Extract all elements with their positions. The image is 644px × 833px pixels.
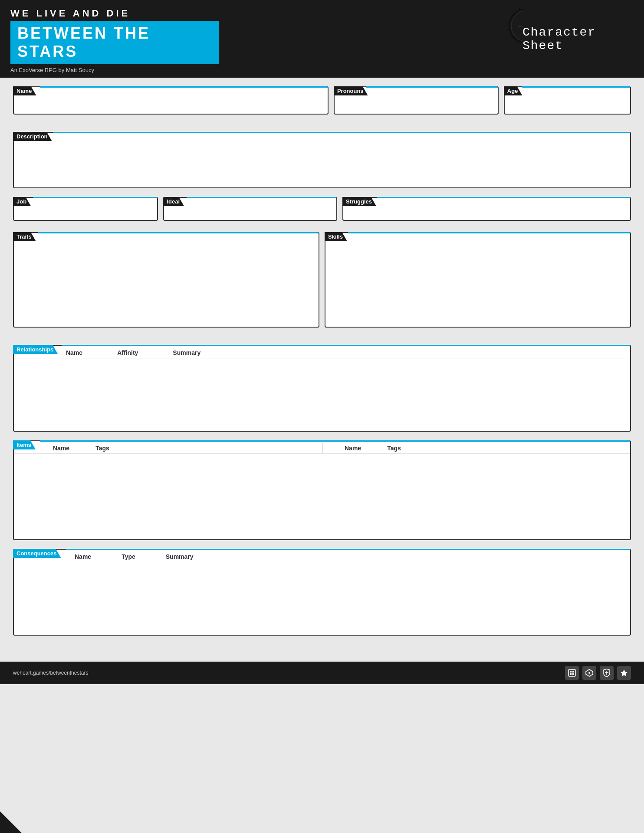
relationships-header: Name Affinity Summary xyxy=(14,346,630,358)
skills-label: Skills xyxy=(325,232,347,241)
svg-rect-17 xyxy=(572,671,574,672)
page-footer: weheart.games/betweenthestars xyxy=(0,662,644,684)
job-blue-bar xyxy=(33,197,157,198)
age-label: Age xyxy=(504,86,522,95)
footer-icon-4 xyxy=(617,666,631,680)
header-right-panel: Character Sheet xyxy=(522,0,644,78)
struggles-blue-bar xyxy=(377,197,630,198)
footer-url: weheart.games/betweenthestars xyxy=(13,670,88,676)
job-label: Job xyxy=(13,197,31,206)
struggles-label: Struggles xyxy=(342,197,376,206)
items-divider xyxy=(322,441,322,453)
svg-point-21 xyxy=(588,672,590,674)
ideal-field-box: Ideal xyxy=(163,197,337,221)
description-label: Description xyxy=(13,132,52,141)
age-field-box: Age xyxy=(504,86,631,115)
age-blue-bar xyxy=(522,86,630,88)
row-job-ideal-struggles: Job Ideal Struggles xyxy=(13,197,631,230)
items-col4: Tags xyxy=(387,445,401,452)
description-field-box: Description xyxy=(13,132,631,188)
svg-rect-19 xyxy=(572,673,574,675)
relationships-col-affinity: Affinity xyxy=(117,349,138,356)
items-col2: Tags xyxy=(95,445,109,452)
struggles-field-box: Struggles xyxy=(342,197,631,221)
ideal-blue-bar xyxy=(187,197,336,198)
footer-icon-2 xyxy=(582,666,596,680)
name-blue-bar xyxy=(40,86,328,88)
pronouns-blue-bar xyxy=(366,86,498,88)
pronouns-field-box: Pronouns xyxy=(334,86,499,115)
items-header-right: Name Tags xyxy=(332,445,623,452)
main-content: Name Pronouns Age Description Job Ideal xyxy=(0,78,644,657)
ideal-label: Ideal xyxy=(163,197,184,206)
items-col3: Name xyxy=(345,445,361,452)
items-header-left: Name Tags xyxy=(53,445,332,452)
consequences-label: Consequences xyxy=(13,549,61,558)
consequences-box: Consequences Name Type Summary xyxy=(13,549,631,636)
footer-icon-1 xyxy=(565,666,579,680)
row-traits-skills: Traits Skills xyxy=(13,232,631,336)
skills-blue-bar xyxy=(348,232,630,233)
consequences-col-type: Type xyxy=(122,553,135,560)
footer-icon-3 xyxy=(600,666,614,680)
consequences-col-summary: Summary xyxy=(166,553,194,560)
name-label: Name xyxy=(13,86,36,95)
relationships-label: Relationships xyxy=(13,345,58,354)
relationships-col-summary: Summary xyxy=(173,349,200,356)
traits-label: Traits xyxy=(13,232,36,241)
corner-decoration xyxy=(0,811,22,833)
consequences-blue-bar xyxy=(66,549,630,550)
svg-rect-18 xyxy=(570,673,572,675)
job-field-box: Job xyxy=(13,197,158,221)
description-blue-bar xyxy=(53,132,630,133)
skills-field-box: Skills xyxy=(325,232,631,328)
pronouns-label: Pronouns xyxy=(334,86,368,95)
page-header: WE LIVE AND DIE BETWEEN THE STARS An Exo… xyxy=(0,0,644,78)
character-sheet-title: Character Sheet xyxy=(522,26,644,52)
header-title-bar: BETWEEN THE STARS xyxy=(10,21,219,64)
traits-blue-bar xyxy=(38,232,319,233)
consequences-header: Name Type Summary xyxy=(14,550,630,562)
svg-marker-24 xyxy=(621,669,628,676)
svg-rect-15 xyxy=(568,669,575,676)
footer-icons xyxy=(565,666,631,680)
consequences-col-name: Name xyxy=(75,553,91,560)
header-title: BETWEEN THE STARS xyxy=(17,24,150,60)
name-field-box: Name xyxy=(13,86,329,115)
svg-rect-16 xyxy=(570,671,572,672)
items-col1: Name xyxy=(53,445,69,452)
relationships-blue-bar xyxy=(62,345,630,346)
traits-field-box: Traits xyxy=(13,232,319,328)
row-name-pronouns-age: Name Pronouns Age xyxy=(13,86,631,123)
relationships-col-name: Name xyxy=(66,349,82,356)
items-box: Items Name Tags Name Tags xyxy=(13,440,631,540)
relationships-box: Relationships Name Affinity Summary xyxy=(13,345,631,432)
items-header: Name Tags Name Tags xyxy=(14,441,630,454)
